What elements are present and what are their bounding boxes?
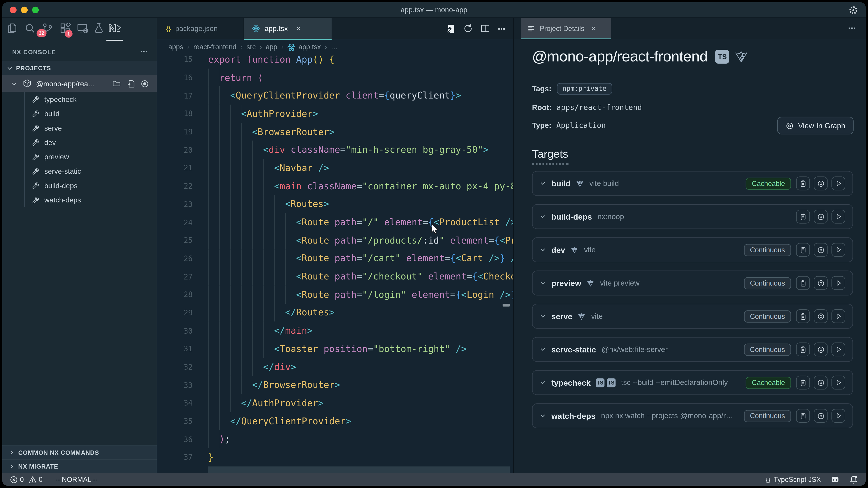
copilot-icon[interactable] (830, 475, 840, 484)
run-target-button[interactable] (831, 409, 845, 423)
target-card-dev[interactable]: dev vite Continuous (532, 237, 853, 262)
tree-item-dev[interactable]: dev (2, 135, 157, 150)
chevron-down-icon[interactable] (540, 280, 546, 286)
breadcrumb-item[interactable]: react-frontend (193, 43, 237, 51)
split-editor-icon[interactable] (480, 24, 490, 33)
target-card-serve-static[interactable]: serve-static @nx/web:file-server Continu… (532, 337, 853, 362)
code-line-20[interactable]: 20<div className="min-h-screen bg-gray-5… (157, 141, 513, 159)
target-card-watch-deps[interactable]: watch-deps npx nx watch --projects @mono… (532, 403, 853, 428)
target-card-preview[interactable]: preview vite preview Continuous (532, 271, 853, 295)
chevron-down-icon[interactable] (540, 247, 546, 253)
nx-migrate-section[interactable]: NX MIGRATE (2, 459, 157, 473)
more-actions-icon[interactable]: ⋯ (498, 24, 505, 33)
tab-package-json[interactable]: {} package.json (157, 18, 244, 39)
target-card-typecheck[interactable]: typecheck TSTS tsc --build --emitDeclara… (532, 370, 853, 395)
code-line-21[interactable]: 21<Navbar /> (157, 159, 513, 177)
code-line-24[interactable]: 24<Route path="/" element={<ProductList … (157, 213, 513, 231)
run-target-button[interactable] (831, 210, 845, 223)
run-target-button[interactable] (831, 376, 845, 390)
code-line-17[interactable]: 17<QueryClientProvider client={queryClie… (157, 87, 513, 105)
tree-item-typecheck[interactable]: typecheck (2, 92, 157, 106)
tree-item-build[interactable]: build (2, 106, 157, 121)
folder-icon[interactable] (112, 80, 121, 88)
copy-task-button[interactable] (796, 376, 810, 390)
code-line-27[interactable]: 27<Route path="/checkout" element={<Chec… (157, 267, 513, 285)
common-nx-commands-section[interactable]: COMMON NX COMMANDS (2, 445, 157, 459)
settings-gear-icon[interactable] (848, 5, 859, 15)
code-line-29[interactable]: 29</Routes> (157, 304, 513, 322)
code-line-23[interactable]: 23<Routes> (157, 195, 513, 213)
run-target-button[interactable] (831, 276, 845, 290)
code-line-30[interactable]: 30</main> (157, 322, 513, 340)
errors-icon[interactable] (10, 476, 18, 483)
language-mode[interactable]: {} TypeScript JSX (766, 476, 821, 483)
view-target-graph-button[interactable] (814, 276, 828, 290)
projects-section-header[interactable]: PROJECTS (2, 61, 157, 75)
tree-item-preview[interactable]: preview (2, 149, 157, 164)
nx-console-icon[interactable] (107, 23, 122, 34)
copy-task-button[interactable] (796, 343, 810, 356)
chevron-down-icon[interactable] (540, 313, 546, 319)
view-in-graph-button[interactable]: View In Graph (777, 117, 854, 134)
code-line-25[interactable]: 25<Route path="/products/:id" element={<… (157, 231, 513, 249)
chevron-down-icon[interactable] (540, 346, 546, 352)
target-card-serve[interactable]: serve vite Continuous (532, 304, 853, 328)
code-line-18[interactable]: 18<AuthProvider> (157, 105, 513, 123)
code-line-31[interactable]: 31<Toaster position="bottom-right" /> (157, 340, 513, 358)
tree-item-watch-deps[interactable]: watch-deps (2, 193, 157, 207)
close-tab-icon[interactable]: ✕ (296, 25, 301, 32)
code-line-16[interactable]: 16return ( (157, 68, 513, 87)
code-line-34[interactable]: 34</AuthProvider> (157, 394, 513, 412)
errors-count[interactable]: 0 (20, 476, 24, 483)
code-line-33[interactable]: 33</BrowserRouter> (157, 376, 513, 394)
tree-item-build-deps[interactable]: build-deps (2, 178, 157, 193)
tree-item-serve[interactable]: serve (2, 121, 157, 135)
code-line-19[interactable]: 19<BrowserRouter> (157, 123, 513, 141)
target-card-build-deps[interactable]: build-deps nx:noop (532, 204, 853, 229)
code-line-28[interactable]: 28<Route path="/login" element={<Login /… (157, 286, 513, 304)
copy-task-button[interactable] (796, 176, 810, 190)
search-icon[interactable] (24, 23, 35, 34)
open-project-details-icon[interactable] (445, 24, 456, 33)
scrollbar-cursor-decoration[interactable] (503, 304, 510, 306)
run-target-button[interactable] (831, 243, 845, 257)
view-target-graph-button[interactable] (814, 243, 828, 257)
view-target-graph-button[interactable] (814, 376, 828, 390)
warnings-count[interactable]: 0 (39, 476, 42, 483)
refresh-icon[interactable] (463, 24, 473, 33)
tab-app-tsx[interactable]: app.tsx ✕ (244, 18, 332, 39)
close-tab-icon[interactable]: ✕ (591, 25, 596, 32)
explorer-icon[interactable] (6, 23, 18, 34)
warnings-icon[interactable] (29, 476, 36, 483)
breadcrumb-item[interactable]: app (266, 43, 277, 51)
code-line-36[interactable]: 36); (157, 430, 513, 448)
code-line-37[interactable]: 37} (157, 448, 513, 466)
project-tree-item[interactable]: @mono-app/rea... (2, 75, 157, 92)
open-config-file-icon[interactable] (127, 79, 134, 88)
copy-task-button[interactable] (796, 210, 810, 223)
view-target-graph-button[interactable] (814, 343, 828, 356)
sidebar-more-icon[interactable]: ⋯ (140, 44, 148, 59)
view-target-graph-button[interactable] (814, 176, 828, 190)
breadcrumb-item[interactable]: … (331, 43, 338, 51)
view-target-graph-button[interactable] (814, 409, 828, 423)
copy-task-button[interactable] (796, 409, 810, 423)
breadcrumb-item[interactable]: apps (168, 43, 183, 51)
view-in-graph-target-icon[interactable] (141, 79, 149, 88)
run-target-button[interactable] (831, 309, 845, 323)
target-card-build[interactable]: build vite build Cacheable (532, 171, 853, 196)
panel-more-actions-icon[interactable]: ⋯ (848, 18, 856, 39)
view-target-graph-button[interactable] (814, 309, 828, 323)
tree-item-serve-static[interactable]: serve-static (2, 164, 157, 178)
chevron-down-icon[interactable] (540, 413, 546, 419)
breadcrumb-item[interactable]: src (246, 43, 256, 51)
notifications-bell-icon[interactable] (849, 475, 858, 484)
chevron-down-icon[interactable] (540, 380, 546, 386)
breadcrumb-item[interactable]: app.tsx (298, 43, 321, 51)
remote-explorer-icon[interactable] (77, 23, 88, 34)
code-line-26[interactable]: 26<Route path="/cart" element={<Cart />}… (157, 249, 513, 267)
copy-task-button[interactable] (796, 309, 810, 323)
code-line-15[interactable]: 15export function App() { (157, 55, 513, 68)
code-editor[interactable]: 15export function App() {16return (17<Qu… (157, 55, 513, 473)
run-target-button[interactable] (831, 176, 845, 190)
